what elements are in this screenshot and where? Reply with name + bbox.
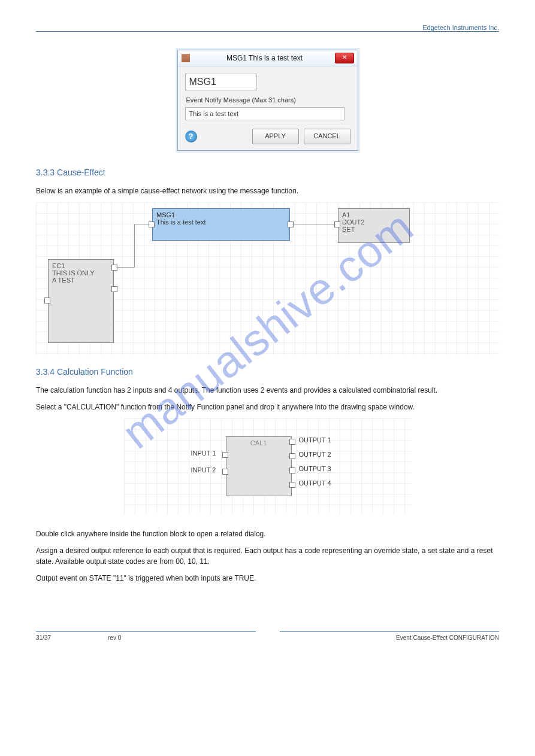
- header-rule: [36, 31, 499, 32]
- field-label: Event Notify Message (Max 31 chars): [186, 96, 349, 104]
- msg-text-input[interactable]: This is a test text: [185, 107, 344, 120]
- apply-button[interactable]: APPLY: [252, 129, 299, 144]
- port[interactable]: [44, 297, 50, 303]
- wire: [134, 224, 135, 268]
- block-label: A1: [342, 211, 406, 218]
- port-out4[interactable]: [289, 482, 295, 488]
- close-icon[interactable]: ✕: [335, 53, 354, 63]
- label-out2: OUTPUT 2: [299, 451, 331, 458]
- block-label: MSG1: [156, 211, 286, 218]
- block-title: CAL1: [250, 439, 267, 447]
- block-label: DOUT2: [342, 218, 406, 226]
- label-out3: OUTPUT 3: [299, 465, 331, 472]
- paragraph: Double click anywhere inside the functio…: [36, 529, 499, 539]
- block-cal1[interactable]: CAL1: [226, 436, 292, 496]
- dialog-title: MSG1 This is a test text: [195, 54, 335, 62]
- page-footer: 31/37 rev 0 Event Cause-Effect CONFIGURA…: [36, 631, 499, 641]
- port-in2[interactable]: [222, 469, 228, 475]
- wire: [292, 224, 335, 224]
- label-in2: INPUT 2: [191, 466, 216, 473]
- footer-rev: rev 0: [108, 634, 391, 641]
- block-a1[interactable]: A1 DOUT2 SET: [338, 208, 410, 243]
- heading-cause-effect: 3.3.3 Cause-Effect: [36, 168, 499, 177]
- wire: [134, 224, 150, 224]
- label-out4: OUTPUT 4: [299, 479, 331, 487]
- port[interactable]: [288, 221, 294, 227]
- paragraph: Output event on STATE "11" is triggered …: [36, 573, 499, 584]
- msg-dialog: MSG1 This is a test text ✕ MSG1 Event No…: [177, 50, 358, 151]
- heading-calc-function: 3.3.4 Calculation Function: [36, 367, 499, 377]
- dialog-titlebar: MSG1 This is a test text ✕: [178, 50, 358, 66]
- help-icon[interactable]: ?: [185, 130, 197, 142]
- paragraph: The calculation function has 2 inputs an…: [36, 385, 499, 396]
- block-label: A TEST: [52, 277, 110, 284]
- port-in1[interactable]: [222, 452, 228, 458]
- cancel-button[interactable]: CANCEL: [304, 129, 350, 144]
- wire: [116, 267, 134, 268]
- block-label: This is a test text: [156, 218, 286, 226]
- paragraph: Below is an example of a simple cause-ef…: [36, 186, 499, 196]
- block-label: SET: [342, 226, 406, 233]
- port-out2[interactable]: [289, 453, 295, 459]
- footer-title: Event Cause-Effect CONFIGURATION: [391, 634, 499, 641]
- port-out1[interactable]: [289, 439, 295, 445]
- footer-page: 31/37: [36, 634, 108, 641]
- paragraph: Assign a desired output reference to eac…: [36, 545, 499, 567]
- msg-name-input[interactable]: MSG1: [185, 74, 257, 90]
- block-ec1[interactable]: EC1 THIS IS ONLY A TEST: [48, 259, 114, 343]
- header-company: Edgetech Instruments Inc.: [36, 24, 499, 31]
- port[interactable]: [111, 286, 117, 292]
- block-msg1[interactable]: MSG1 This is a test text: [152, 208, 290, 241]
- block-label: THIS IS ONLY: [52, 269, 110, 277]
- cause-effect-diagram: EC1 THIS IS ONLY A TEST MSG1 This is a t…: [36, 202, 499, 355]
- port-out3[interactable]: [289, 467, 295, 473]
- block-label: EC1: [52, 262, 110, 269]
- paragraph: Select a "CALCULATION" function from the…: [36, 402, 499, 412]
- calc-function-diagram: CAL1 INPUT 1 INPUT 2 OUTPUT 1 OUTPUT 2 O…: [124, 418, 412, 514]
- port[interactable]: [111, 265, 117, 271]
- port[interactable]: [334, 221, 340, 227]
- label-in1: INPUT 1: [191, 450, 216, 457]
- port[interactable]: [149, 221, 155, 227]
- app-icon: [182, 54, 190, 62]
- label-out1: OUTPUT 1: [299, 436, 331, 444]
